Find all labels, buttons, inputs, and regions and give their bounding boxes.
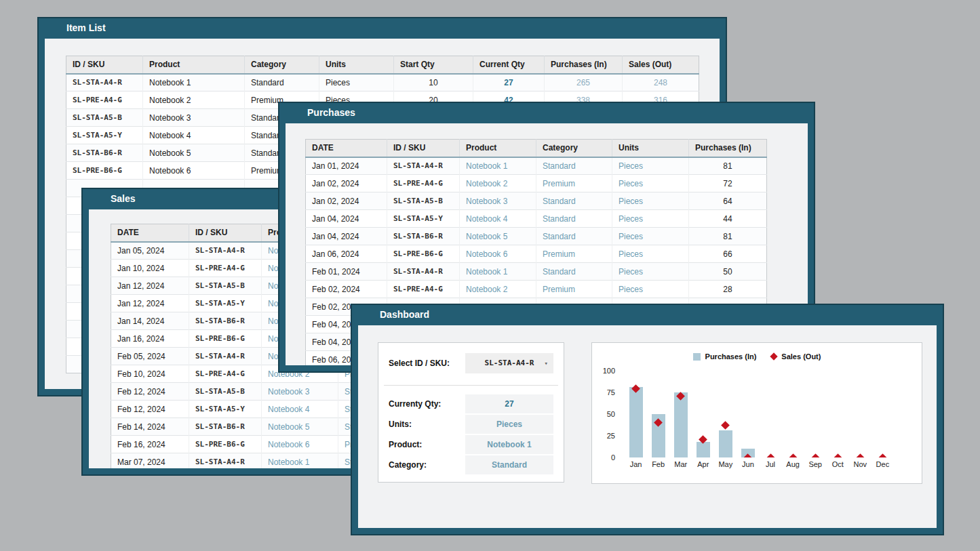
table-row: Feb 02, 2024SL-PRE-A4-GNotebook 2Premium… — [306, 281, 767, 298]
cell[interactable]: Standard — [536, 210, 612, 228]
cell: 265 — [545, 74, 623, 91]
cell[interactable]: Standard — [536, 192, 612, 210]
cell: Jan 04, 2024 — [306, 210, 387, 228]
cell[interactable]: Notebook 5 — [460, 228, 536, 245]
cell[interactable]: Pieces — [612, 175, 689, 192]
legend-item: Sales (Out) — [771, 352, 821, 361]
chart-x-axis: JanFebMarAprMayJunJulAugSepOctNovDec — [625, 460, 894, 468]
cell: Notebook 3 — [143, 109, 245, 127]
cell[interactable]: Notebook 3 — [262, 383, 338, 401]
purchases-bar — [697, 442, 710, 457]
cell: SL-STA-A5-Y — [189, 401, 262, 418]
cell[interactable]: Pieces — [612, 210, 689, 228]
cell[interactable]: Pieces — [612, 192, 689, 210]
cell: Notebook 5 — [143, 144, 245, 162]
cell[interactable]: Notebook 6 — [460, 245, 536, 263]
y-tick-label: 0 — [592, 453, 615, 462]
cell: SL-STA-B6-R — [387, 228, 460, 245]
purchases-bar — [629, 387, 643, 457]
cell: Jan 01, 2024 — [306, 157, 387, 175]
cell: SL-PRE-B6-G — [189, 436, 262, 453]
item-list-title-bar[interactable]: Item List — [39, 18, 726, 37]
cell[interactable]: Standard — [536, 263, 612, 281]
cell[interactable]: Standard — [536, 157, 612, 175]
cell: SL-STA-A4-R — [387, 263, 460, 281]
cell[interactable]: Pieces — [612, 228, 689, 245]
cell[interactable]: Notebook 1 — [262, 453, 338, 469]
cell: Notebook 2 — [143, 91, 245, 109]
cell: Notebook 1 — [143, 74, 245, 91]
cell: SL-STA-A5-Y — [387, 210, 460, 228]
cell: 72 — [689, 175, 767, 192]
x-tick-label: Oct — [827, 460, 849, 468]
column-header: Purchases (In) — [545, 56, 623, 74]
cell: SL-STA-A5-B — [189, 277, 262, 295]
sales-marker-icon — [766, 453, 775, 457]
sku-info-panel: Select ID / SKU: SL-STA-A4-R ▾ Currenty … — [378, 342, 564, 483]
cell: Feb 02, 2024 — [306, 281, 387, 298]
cell[interactable]: Premium — [536, 175, 612, 192]
sales-marker-icon — [789, 453, 798, 457]
x-tick-label: Mar — [669, 460, 692, 468]
x-tick-label: Apr — [692, 460, 714, 468]
column-header: DATE — [306, 140, 387, 157]
cell: 248 — [623, 74, 699, 91]
cell[interactable]: Notebook 6 — [262, 436, 338, 453]
chart-month-slot — [759, 371, 781, 457]
cell: SL-STA-A5-B — [66, 109, 143, 127]
cell[interactable]: Notebook 2 — [460, 175, 536, 192]
cell: Jan 02, 2024 — [306, 192, 387, 210]
cell: SL-PRE-A4-G — [387, 175, 460, 192]
cell[interactable]: Notebook 5 — [262, 418, 338, 436]
cell[interactable]: Premium — [536, 281, 612, 298]
x-tick-label: Sep — [804, 460, 827, 468]
cell[interactable]: Notebook 3 — [460, 192, 536, 210]
chart-plot-area — [625, 371, 894, 457]
column-header: ID / SKU — [66, 56, 143, 74]
cell: Jan 10, 2024 — [111, 260, 189, 277]
cell: Notebook 6 — [143, 162, 245, 180]
cell: SL-STA-A5-Y — [189, 295, 262, 312]
field-label: Category: — [389, 455, 427, 474]
field-value: 27 — [465, 394, 553, 413]
cell: Jan 04, 2024 — [306, 228, 387, 245]
cell[interactable]: Notebook 1 — [460, 157, 536, 175]
window-dashboard: Dashboard Select ID / SKU: SL-STA-A4-R ▾… — [351, 304, 944, 535]
chart-month-slot — [737, 371, 759, 457]
chart-month-slot — [692, 371, 714, 457]
chart-y-axis: 1007550250 — [592, 343, 618, 483]
chart-month-slot — [849, 371, 871, 457]
sku-select[interactable]: SL-STA-A4-R ▾ — [465, 353, 553, 373]
cell[interactable]: Pieces — [612, 263, 689, 281]
cell: SL-STA-A5-B — [189, 383, 262, 401]
field-value: Standard — [465, 455, 553, 474]
cell: Jan 06, 2024 — [306, 245, 387, 263]
cell[interactable]: Notebook 1 — [460, 263, 536, 281]
cell: Standard — [245, 74, 319, 91]
purchases-bar — [674, 392, 688, 457]
cell[interactable]: Standard — [536, 228, 612, 245]
cell: Feb 05, 2024 — [111, 348, 189, 365]
cell: SL-PRE-B6-G — [387, 245, 460, 263]
dashboard-title-bar[interactable]: Dashboard — [352, 305, 943, 324]
cell: SL-PRE-B6-G — [66, 162, 143, 180]
purchases-title-bar[interactable]: Purchases — [279, 103, 814, 122]
y-tick-label: 25 — [592, 431, 615, 441]
column-header: Category — [536, 140, 612, 157]
cell[interactable]: Pieces — [612, 157, 689, 175]
y-tick-label: 50 — [592, 409, 615, 419]
column-header: DATE — [111, 224, 189, 242]
cell[interactable]: Notebook 4 — [262, 401, 338, 418]
x-tick-label: May — [714, 460, 737, 468]
cell[interactable]: Pieces — [612, 245, 689, 263]
desktop: Item List ID / SKUProductCategoryUnitsSt… — [0, 0, 980, 551]
cell: SL-STA-A4-R — [387, 157, 460, 175]
cell[interactable]: Premium — [536, 245, 612, 263]
cell: SL-STA-A4-R — [189, 348, 262, 365]
cell[interactable]: Notebook 4 — [460, 210, 536, 228]
cell[interactable]: Pieces — [612, 281, 689, 298]
sales-marker-icon — [721, 421, 730, 430]
cell: Feb 01, 2024 — [306, 263, 387, 281]
legend-item: Purchases (In) — [693, 352, 757, 361]
cell[interactable]: Notebook 2 — [460, 281, 536, 298]
